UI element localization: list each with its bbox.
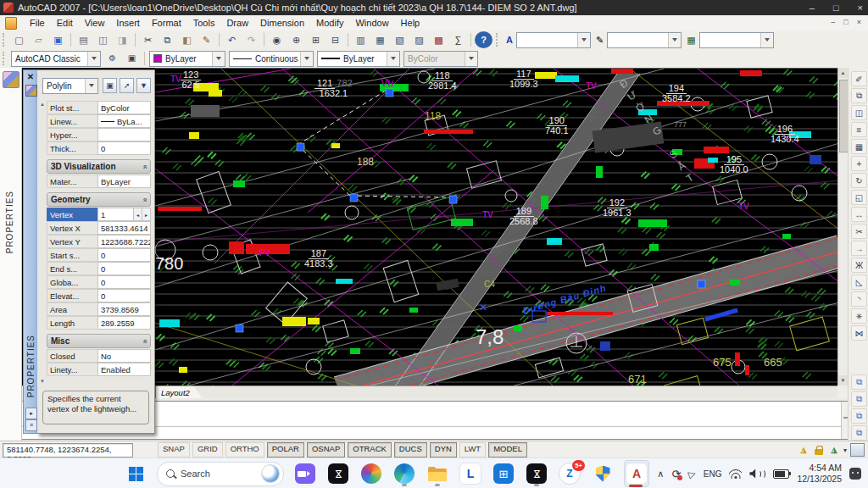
palette-scroll-up-icon[interactable]: ▲ (39, 101, 46, 108)
search-box[interactable]: Search (157, 462, 284, 486)
clock[interactable]: 4:54 AM 12/13/2025 (797, 463, 842, 485)
scroll-down-icon[interactable]: ▼ (838, 375, 848, 385)
bring-to-front-button[interactable]: ⧉ (851, 374, 867, 390)
copy-object-button[interactable]: ⧉ (851, 88, 867, 103)
offset-button[interactable]: ≡ (851, 122, 867, 137)
property-row-hyper[interactable]: Hyper... (47, 128, 151, 141)
capcut-taskbar-icon[interactable]: ⋈ (326, 461, 350, 486)
show-hidden-icons-chevron[interactable]: ∧ (657, 469, 664, 480)
properties-button[interactable]: ▥ (352, 31, 370, 48)
copy-button[interactable]: ⧉ (159, 31, 176, 48)
property-row-vertexy[interactable]: Vertex Y1223688.7222 (47, 235, 151, 248)
quickcalc-button[interactable]: ∑ (449, 31, 467, 48)
plot-button[interactable]: ▤ (75, 31, 92, 48)
property-value[interactable] (97, 128, 151, 141)
status-toggle-grid[interactable]: GRID (192, 442, 223, 458)
menu-draw[interactable]: Draw (220, 16, 254, 30)
palette-scroll-down-icon[interactable]: ▼ (39, 378, 46, 385)
property-value[interactable]: 3739.8569 (97, 302, 151, 316)
workspace-combo[interactable]: AutoCAD Classic (11, 51, 101, 67)
property-value[interactable]: ByColor (97, 101, 151, 114)
status-toggle-dyn[interactable]: DYN (430, 442, 457, 458)
drawing-canvas[interactable]: 12362.51217821632.11182981.41171099.3194… (155, 68, 837, 386)
menu-dimension[interactable]: Dimension (254, 16, 310, 30)
menu-edit[interactable]: Edit (51, 16, 79, 30)
menu-insert[interactable]: Insert (110, 16, 146, 30)
palette-close-icon[interactable]: ✕ (25, 72, 36, 82)
property-value[interactable]: 289.2559 (97, 316, 151, 330)
property-value[interactable]: Enabled (97, 363, 151, 376)
volume-icon[interactable] (749, 469, 765, 479)
tab-layout2[interactable]: Layout2 (155, 386, 203, 399)
table-style-combo[interactable] (699, 32, 774, 48)
docked-palette-icon[interactable] (3, 71, 19, 88)
annotation-visibility-icon[interactable]: ◮ (828, 445, 840, 456)
status-toggle-ortho[interactable]: ORTHO (225, 442, 264, 458)
quick-share-icon[interactable]: ▷ (687, 467, 697, 480)
annotation-scale-icon[interactable]: ◮ (798, 445, 810, 456)
zoom-window-button[interactable]: ⊞ (307, 31, 325, 48)
status-toggle-model[interactable]: MODEL (488, 442, 527, 458)
erase-button[interactable]: ✐ (851, 71, 867, 86)
menu-modify[interactable]: Modify (310, 16, 349, 30)
plot-preview-button[interactable]: ◫ (94, 31, 112, 48)
status-toggle-snap[interactable]: SNAP (158, 442, 190, 458)
array-button[interactable]: ▦ (851, 139, 867, 154)
tool-palettes-button[interactable]: ▧ (391, 31, 409, 48)
match-properties-button[interactable]: ✎ (198, 31, 215, 48)
chat-taskbar-icon[interactable] (293, 461, 317, 486)
new-button[interactable]: ▢ (10, 31, 28, 48)
select-objects-button[interactable]: ➚ (120, 78, 134, 93)
status-toggle-polar[interactable]: POLAR (267, 442, 304, 458)
zoom-previous-button[interactable]: ⊟ (326, 31, 344, 48)
autocad-taskbar-icon[interactable]: A (624, 460, 649, 487)
section-header-3d-visualization[interactable]: 3D Visualization» (47, 159, 151, 174)
property-row-starts[interactable]: Start s...0 (47, 248, 151, 262)
send-under-objects-button[interactable]: ⧉ (851, 425, 867, 441)
property-row-globa[interactable]: Globa...0 (47, 275, 151, 289)
property-row-linew[interactable]: Linew...ByLa... (47, 114, 151, 128)
linetype-combo[interactable]: Continuous (229, 51, 314, 67)
toolbar-grip[interactable] (3, 52, 7, 65)
text-style-combo[interactable] (516, 32, 591, 48)
scale-button[interactable]: ◱ (851, 190, 867, 205)
quick-select-button[interactable]: ▼ (136, 78, 151, 93)
close-button[interactable]: × (858, 3, 863, 13)
status-toggle-ducs[interactable]: DUCS (394, 442, 427, 458)
toolbar-grip[interactable] (3, 33, 7, 47)
zoom-realtime-button[interactable]: ⊕ (287, 31, 305, 48)
property-row-thick[interactable]: Thick...0 (47, 141, 151, 155)
redo-button[interactable]: ↷ (242, 31, 260, 48)
property-value[interactable]: 1223688.7222 (97, 235, 151, 248)
property-value[interactable]: 581333.4614 (97, 221, 151, 235)
rotate-button[interactable]: ↻ (851, 173, 867, 188)
trim-button[interactable]: ✂ (851, 224, 867, 239)
property-value[interactable]: No (97, 349, 151, 363)
mdi-restore-button[interactable]: □ (843, 18, 848, 26)
send-to-back-button[interactable]: ⧉ (851, 391, 867, 407)
markup-button[interactable]: ▩ (430, 31, 448, 48)
property-row-area[interactable]: Area3739.8569 (47, 302, 151, 316)
lock-icon[interactable] (813, 445, 825, 456)
mdi-close-button[interactable]: × (857, 18, 861, 26)
menu-tools[interactable]: Tools (187, 16, 221, 30)
object-type-combo[interactable]: Polylin (42, 78, 98, 94)
wifi-icon[interactable] (729, 469, 742, 479)
capcut-2-taskbar-icon[interactable]: ⋈ (525, 461, 548, 486)
menu-format[interactable]: Format (146, 16, 187, 30)
join-button[interactable]: ⋈ (851, 325, 867, 341)
fillet-button[interactable]: ◝ (851, 291, 867, 307)
bring-above-objects-button[interactable]: ⧉ (851, 408, 867, 424)
palette-scrollbar[interactable]: ▲ ▼ (39, 101, 46, 385)
property-row-linety[interactable]: Linety...Enabled (47, 363, 151, 376)
pan-button[interactable]: ◉ (268, 31, 286, 48)
start-button[interactable] (124, 461, 147, 486)
property-row-ends[interactable]: End s...0 (47, 262, 151, 275)
property-value[interactable]: 0 (97, 262, 151, 275)
open-button[interactable]: ▱ (30, 31, 47, 48)
menu-file[interactable]: File (24, 16, 51, 30)
property-value[interactable]: ByLayer (97, 175, 151, 188)
property-row-mater[interactable]: Mater...ByLayer (47, 175, 151, 188)
explorer-taskbar-icon[interactable] (426, 461, 449, 486)
palette-autohide-button[interactable]: ▸ (25, 408, 37, 419)
